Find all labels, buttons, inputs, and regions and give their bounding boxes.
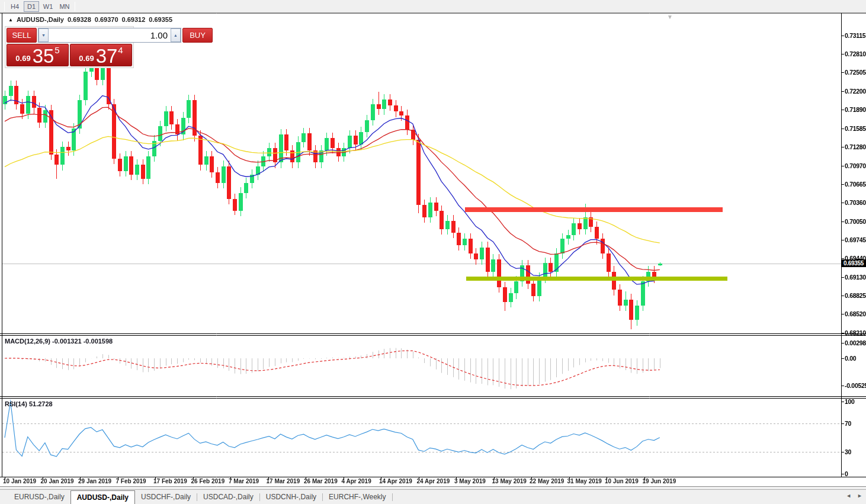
date-axis-label: 7 Mar 2019	[229, 478, 259, 484]
date-axis-label: 31 May 2019	[567, 478, 602, 484]
price-axis-label: 0.70360	[845, 199, 866, 206]
tab-eurchf-weekly[interactable]: EURCHF-,Weekly	[323, 490, 392, 504]
rsi-pane-title: RSI(14) 51.2728	[5, 400, 53, 407]
price-axis-label: 0.71585	[845, 125, 866, 132]
date-axis-label: 20 Jan 2019	[41, 478, 74, 484]
date-axis-label: 10 Jan 2019	[3, 478, 36, 484]
date-axis-label: 14 Apr 2019	[379, 478, 412, 484]
tab-scroll-right-icon[interactable]: ►	[857, 493, 862, 499]
buy-price-prefix: 0.69	[79, 54, 94, 64]
price-axis-label: 0.71890	[845, 106, 866, 113]
date-axis-label: 19 Jun 2019	[643, 478, 676, 484]
date-axis-label: 10 Jun 2019	[605, 478, 639, 484]
symbol-name: AUDUSD-,Daily	[17, 16, 64, 23]
macd-axis-label: 0.00	[845, 355, 856, 362]
ohlc-low: 0.69312	[122, 16, 146, 23]
date-axis-label: 17 Feb 2019	[153, 478, 187, 484]
tab-usdcnh-daily[interactable]: USDCNH-,Daily	[260, 490, 322, 504]
chart-tabs: EURUSD-,DailyAUDUSD-,DailyUSDCHF-,DailyU…	[8, 490, 393, 504]
price-axis-label: 0.71280	[845, 143, 866, 150]
date-axis-label: 7 Feb 2019	[116, 478, 146, 484]
current-price-tag: 0.69355	[841, 259, 866, 267]
ohlc-high: 0.69370	[95, 16, 118, 23]
tab-audusd-daily[interactable]: AUDUSD-,Daily	[70, 490, 135, 504]
buy-price-pip: 4	[118, 46, 123, 54]
price-axis-label: 0.68210	[845, 329, 866, 336]
tab-divider	[392, 493, 393, 501]
ohlc-open: 0.69328	[68, 16, 91, 23]
one-click-trade-panel: SELL ▼ ▲ BUY 0.69 35 5 0.69 37 4	[5, 26, 134, 68]
price-axis-label: 0.73115	[845, 32, 865, 39]
sell-button[interactable]: SELL	[7, 28, 37, 43]
price-axis-label: 0.69130	[845, 274, 866, 281]
date-axis-label: 13 May 2019	[492, 478, 527, 484]
volume-box: ▼ ▲	[38, 28, 181, 43]
collapse-arrow-icon[interactable]: ▲	[8, 17, 13, 23]
tab-usdcad-daily[interactable]: USDCAD-,Daily	[197, 490, 259, 504]
price-axis-label: 0.72200	[845, 88, 866, 95]
price-axis-label: 0.70970	[845, 162, 866, 169]
sell-price-pip: 5	[54, 46, 59, 54]
price-axis-label: 0.69745	[845, 236, 866, 243]
macd-axis-label: 0.002984	[845, 339, 866, 346]
rsi-axis-label: 100	[845, 398, 855, 405]
tab-usdchf-daily[interactable]: USDCHF-,Daily	[135, 490, 197, 504]
price-chart-canvas[interactable]	[0, 0, 866, 504]
sell-price-box[interactable]: 0.69 35 5	[7, 44, 69, 66]
date-axis-label: 4 Apr 2019	[342, 478, 371, 484]
volume-input[interactable]	[49, 28, 171, 42]
rsi-axis-label: 0	[845, 470, 848, 477]
volume-increase-button[interactable]: ▲	[171, 28, 181, 42]
date-axis-label: 26 Feb 2019	[191, 478, 225, 484]
buy-price-box[interactable]: 0.69 37 4	[70, 44, 132, 66]
rsi-axis-label: 70	[845, 420, 851, 427]
price-axis-label: 0.68825	[845, 292, 866, 299]
rsi-axis-label: 30	[845, 448, 851, 455]
macd-pane-title: MACD(12,26,9) -0.001321 -0.001598	[5, 338, 113, 345]
date-axis-label: 26 Mar 2019	[304, 478, 338, 484]
mt5-terminal: H4D1W1MN ▲ AUDUSD-,Daily 0.69328 0.69370…	[0, 0, 866, 504]
buy-price-main: 37	[96, 48, 118, 64]
date-axis-label: 24 Apr 2019	[417, 478, 450, 484]
sell-price-prefix: 0.69	[15, 54, 30, 64]
date-axis-label: 22 May 2019	[530, 478, 564, 484]
price-axis-label: 0.72810	[845, 50, 866, 57]
tab-scroll-left-icon[interactable]: ◄	[846, 493, 851, 499]
price-axis-label: 0.70050	[845, 218, 866, 225]
date-axis-label: 17 Mar 2019	[267, 478, 300, 484]
tab-eurusd-daily[interactable]: EURUSD-,Daily	[8, 490, 70, 504]
date-axis-label: 29 Jan 2019	[78, 478, 111, 484]
sell-price-main: 35	[33, 48, 54, 64]
tab-scroll-arrows: ◄ ►	[846, 493, 862, 499]
ohlc-close: 0.69355	[149, 16, 172, 23]
date-axis-label: 3 May 2019	[454, 478, 486, 484]
macd-axis-label: -0.005256	[845, 382, 866, 389]
buy-button[interactable]: BUY	[182, 28, 213, 43]
trade-panel-toggle-icon[interactable]: ▼	[667, 14, 673, 20]
chart-symbol-header: ▲ AUDUSD-,Daily 0.69328 0.69370 0.69312 …	[8, 16, 172, 23]
price-axis-label: 0.72505	[845, 69, 866, 76]
volume-decrease-button[interactable]: ▼	[39, 28, 49, 42]
price-axis-label: 0.70665	[845, 181, 866, 188]
price-axis-label: 0.68520	[845, 310, 866, 317]
chart-tabs-bar: EURUSD-,DailyAUDUSD-,DailyUSDCHF-,DailyU…	[0, 489, 866, 504]
